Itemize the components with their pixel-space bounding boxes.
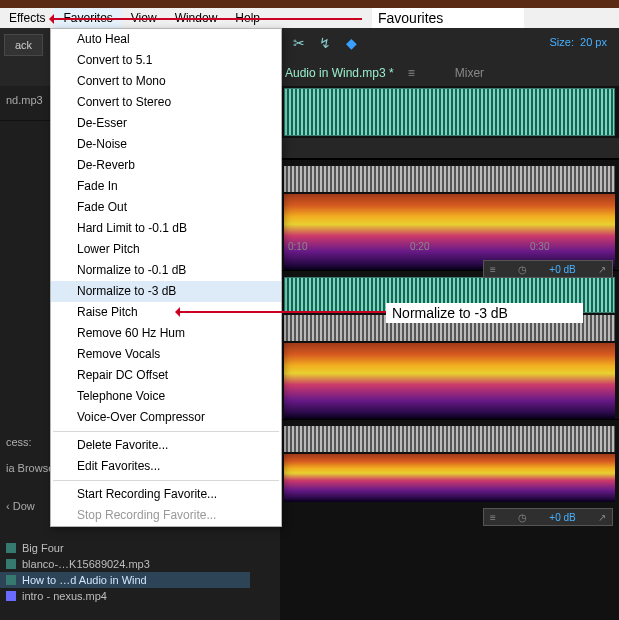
annotation-arrow bbox=[52, 18, 362, 20]
arrow-icon: ↗ bbox=[598, 264, 606, 275]
menu-item-lower-pitch[interactable]: Lower Pitch bbox=[51, 239, 281, 260]
arrow-icon: ↗ bbox=[598, 512, 606, 523]
title-bar bbox=[0, 0, 619, 8]
file-name: intro - nexus.mp4 bbox=[22, 588, 107, 604]
menu-item-fade-out[interactable]: Fade Out bbox=[51, 197, 281, 218]
size-label-text: Size: bbox=[549, 36, 573, 48]
spectrogram[interactable]: ≡ ◷ +0 dB ↗ bbox=[284, 343, 615, 419]
track-db-value: +0 dB bbox=[549, 264, 575, 275]
audio-file-icon bbox=[6, 543, 16, 553]
track-1: ≡ ◷ +0 dB ↗ bbox=[280, 159, 619, 270]
menu-item-hard-limit-to-0-1-db[interactable]: Hard Limit to -0.1 dB bbox=[51, 218, 281, 239]
brush-tool-icon[interactable]: ◆ bbox=[342, 34, 360, 52]
file-item[interactable]: Big Four bbox=[0, 540, 250, 556]
file-name: blanco-…K15689024.mp3 bbox=[22, 556, 150, 572]
callout-normalize: Normalize to -3 dB bbox=[386, 303, 583, 323]
clock-icon: ◷ bbox=[518, 264, 527, 275]
clock-icon: ◷ bbox=[518, 512, 527, 523]
file-name: Big Four bbox=[22, 540, 64, 556]
menu-item-auto-heal[interactable]: Auto Heal bbox=[51, 29, 281, 50]
panel-menu-icon[interactable]: ≡ bbox=[408, 66, 415, 80]
time-tick: 0:10 bbox=[288, 241, 307, 252]
menu-item-remove-vocals[interactable]: Remove Vocals bbox=[51, 344, 281, 365]
callout-favourites: Favourites bbox=[372, 8, 524, 28]
time-tick: 0:30 bbox=[530, 241, 549, 252]
audio-file-icon bbox=[6, 575, 16, 585]
menu-item-edit-favorites[interactable]: Edit Favorites... bbox=[51, 456, 281, 477]
toolbar-back-button[interactable]: ack bbox=[4, 34, 43, 56]
spectrogram[interactable]: ≡ ◷ +0 dB ↗ bbox=[284, 194, 615, 270]
file-item[interactable]: blanco-…K15689024.mp3 bbox=[0, 556, 250, 572]
track-db-value: +0 dB bbox=[549, 512, 575, 523]
tracks-area: 0:10 0:20 0:30 ≡ ◷ +0 dB ↗ ≡ ◷ bbox=[280, 86, 619, 620]
breadcrumb-downloads[interactable]: Dow bbox=[0, 500, 41, 512]
file-name: How to …d Audio in Wind bbox=[22, 572, 147, 588]
file-item[interactable]: intro - nexus.mp4 bbox=[0, 588, 250, 604]
left-file-label[interactable]: nd.mp3 bbox=[0, 86, 50, 121]
menu-item-de-reverb[interactable]: De-Reverb bbox=[51, 155, 281, 176]
heal-brush-icon[interactable]: ↯ bbox=[316, 34, 334, 52]
menu-item-convert-to-mono[interactable]: Convert to Mono bbox=[51, 71, 281, 92]
track-hud[interactable]: ≡ ◷ +0 dB ↗ bbox=[483, 260, 613, 278]
editor-filename[interactable]: Audio in Wind.mp3 * bbox=[285, 66, 394, 80]
label-process: cess: bbox=[0, 436, 38, 448]
menu-item-voice-over-compressor[interactable]: Voice-Over Compressor bbox=[51, 407, 281, 428]
meter-icon: ≡ bbox=[490, 264, 496, 275]
menu-item-de-noise[interactable]: De-Noise bbox=[51, 134, 281, 155]
menu-item-fade-in[interactable]: Fade In bbox=[51, 176, 281, 197]
file-list: Big Fourblanco-…K15689024.mp3How to …d A… bbox=[0, 540, 250, 604]
brush-size-label: Size: 20 px bbox=[549, 36, 607, 48]
cut-tool-icon[interactable]: ✂ bbox=[290, 34, 308, 52]
waveform-detail[interactable] bbox=[284, 426, 615, 452]
menu-item-stop-recording-favorite: Stop Recording Favorite... bbox=[51, 505, 281, 526]
waveform-overview[interactable] bbox=[284, 88, 615, 136]
timeline-ruler[interactable]: 0:10 0:20 0:30 bbox=[280, 138, 619, 159]
menu-item-delete-favorite[interactable]: Delete Favorite... bbox=[51, 435, 281, 456]
meter-icon: ≡ bbox=[490, 512, 496, 523]
video-file-icon bbox=[6, 591, 16, 601]
track-3 bbox=[280, 419, 619, 502]
brush-size-value[interactable]: 20 px bbox=[580, 36, 607, 48]
menu-item-de-esser[interactable]: De-Esser bbox=[51, 113, 281, 134]
menu-item-start-recording-favorite[interactable]: Start Recording Favorite... bbox=[51, 484, 281, 505]
spectrogram[interactable] bbox=[284, 454, 615, 502]
waveform-detail[interactable] bbox=[284, 166, 615, 192]
menu-item-convert-to-5-1[interactable]: Convert to 5.1 bbox=[51, 50, 281, 71]
tab-mixer[interactable]: Mixer bbox=[455, 66, 484, 80]
toolbar-tool-icons: ✂ ↯ ◆ bbox=[290, 34, 360, 52]
menu-item-remove-60-hz-hum[interactable]: Remove 60 Hz Hum bbox=[51, 323, 281, 344]
menu-item-normalize-to-0-1-db[interactable]: Normalize to -0.1 dB bbox=[51, 260, 281, 281]
menu-separator bbox=[53, 431, 279, 432]
left-files-col: nd.mp3 bbox=[0, 86, 50, 121]
menu-item-normalize-to-3-db[interactable]: Normalize to -3 dB bbox=[51, 281, 281, 302]
track-hud[interactable]: ≡ ◷ +0 dB ↗ bbox=[483, 508, 613, 526]
file-item[interactable]: How to …d Audio in Wind bbox=[0, 572, 250, 588]
annotation-arrow bbox=[178, 311, 388, 313]
favorites-menu: Auto HealConvert to 5.1Convert to MonoCo… bbox=[50, 28, 282, 527]
menu-separator bbox=[53, 480, 279, 481]
track-2: ≡ ◷ +0 dB ↗ bbox=[280, 270, 619, 419]
audio-file-icon bbox=[6, 559, 16, 569]
time-tick: 0:20 bbox=[410, 241, 429, 252]
menu-item-telephone-voice[interactable]: Telephone Voice bbox=[51, 386, 281, 407]
menu-item-repair-dc-offset[interactable]: Repair DC Offset bbox=[51, 365, 281, 386]
menu-item-convert-to-stereo[interactable]: Convert to Stereo bbox=[51, 92, 281, 113]
